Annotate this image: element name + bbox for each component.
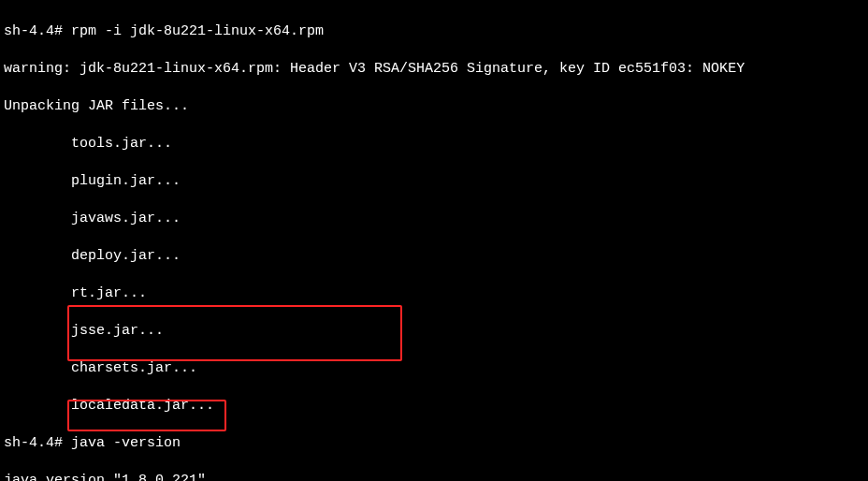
terminal-line: Unpacking JAR files... (4, 97, 864, 116)
terminal-line: sh-4.4# java -version (4, 434, 864, 453)
terminal-line: warning: jdk-8u221-linux-x64.rpm: Header… (4, 60, 864, 79)
terminal-line: java version "1.8.0_221" (4, 472, 864, 481)
terminal-line: deploy.jar... (4, 247, 864, 266)
terminal-line: localedata.jar... (4, 397, 864, 415)
terminal-line: sh-4.4# rpm -i jdk-8u221-linux-x64.rpm (4, 22, 864, 41)
terminal-line: jsse.jar... (4, 322, 864, 341)
terminal-line: rt.jar... (4, 284, 864, 303)
terminal-line: tools.jar... (4, 135, 864, 153)
terminal-line: charsets.jar... (4, 359, 864, 378)
terminal-output[interactable]: sh-4.4# rpm -i jdk-8u221-linux-x64.rpm w… (0, 0, 868, 481)
terminal-line: plugin.jar... (4, 172, 864, 191)
terminal-line: javaws.jar... (4, 210, 864, 228)
